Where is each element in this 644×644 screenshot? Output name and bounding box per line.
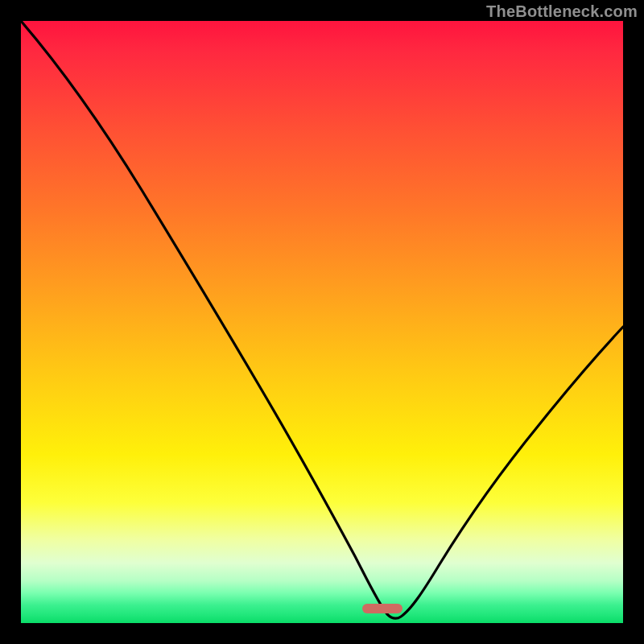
- optimum-marker: [362, 604, 402, 613]
- plot-area: [21, 21, 623, 623]
- chart-container: TheBottleneck.com: [0, 0, 644, 644]
- curve-svg: [21, 21, 623, 623]
- bottleneck-curve: [21, 21, 623, 618]
- watermark-text: TheBottleneck.com: [486, 2, 638, 21]
